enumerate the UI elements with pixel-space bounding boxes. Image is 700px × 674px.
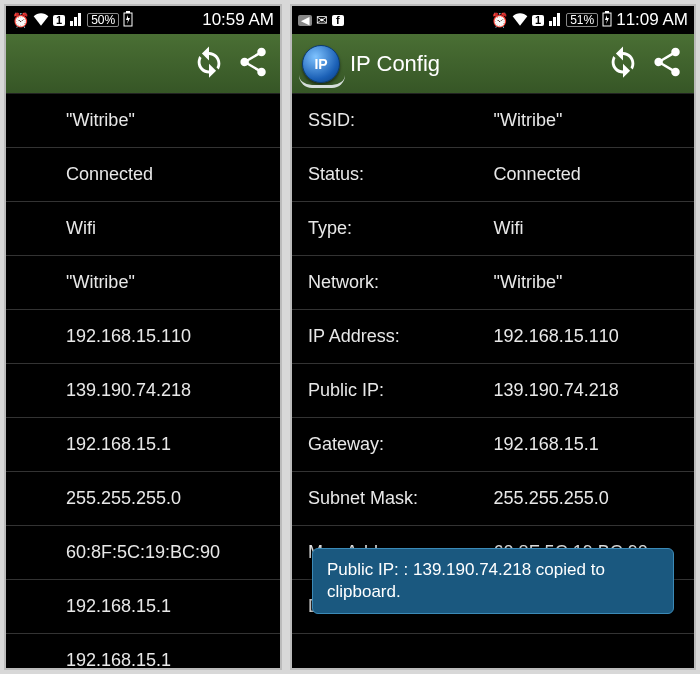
app-bar: fig (6, 34, 280, 94)
row-label: IP Address: (308, 326, 486, 347)
list-item[interactable]: 192.168.15.1 (6, 580, 280, 634)
list-item[interactable]: Public IP:139.190.74.218 (292, 364, 694, 418)
list-item[interactable]: Status:Connected (292, 148, 694, 202)
row-value: Connected (66, 164, 264, 185)
row-value: "Witribe" (494, 110, 678, 131)
row-value: 139.190.74.218 (66, 380, 264, 401)
refresh-button[interactable] (606, 45, 640, 83)
screenshot-right: ◀ ✉ f ⏰ 1 51% 11:09 AM IP IP Config (290, 4, 696, 670)
charging-icon (123, 11, 133, 29)
row-value: 139.190.74.218 (494, 380, 678, 401)
app-icon: IP (302, 45, 340, 83)
svg-rect-3 (605, 11, 609, 13)
row-value: Connected (494, 164, 678, 185)
signal-icon (548, 12, 562, 28)
facebook-icon: f (332, 15, 344, 26)
list-item[interactable]: "Witribe" (6, 256, 280, 310)
svg-rect-1 (126, 11, 130, 13)
alarm-icon: ⏰ (491, 13, 508, 27)
list-item[interactable]: IP Address:192.168.15.110 (292, 310, 694, 364)
list-item[interactable]: 192.168.15.1 (6, 634, 280, 668)
row-label: Gateway: (308, 434, 486, 455)
row-value: 192.168.15.1 (66, 650, 264, 668)
battery-text: 50% (87, 13, 119, 27)
toast-message: Public IP: : 139.190.74.218 copied to cl… (312, 548, 674, 614)
row-value: Wifi (494, 218, 678, 239)
row-value: 60:8F:5C:19:BC:90 (66, 542, 264, 563)
list-item[interactable]: Connected (6, 148, 280, 202)
list-item[interactable]: 60:8F:5C:19:BC:90 (6, 526, 280, 580)
refresh-button[interactable] (192, 45, 226, 83)
alarm-icon: ⏰ (12, 13, 29, 27)
row-value: "Witribe" (66, 110, 264, 131)
status-bar: ◀ ✉ f ⏰ 1 51% 11:09 AM (292, 6, 694, 34)
row-value: 192.168.15.110 (494, 326, 678, 347)
signal-icon (69, 12, 83, 28)
wifi-icon (33, 12, 49, 28)
row-label: Subnet Mask: (308, 488, 486, 509)
wifi-icon (512, 12, 528, 28)
list-item[interactable]: "Witribe" (6, 94, 280, 148)
row-label: Type: (308, 218, 486, 239)
info-list: "Witribe" Connected Wifi "Witribe" 192.1… (6, 94, 280, 668)
sim-icon: 1 (532, 15, 544, 26)
row-label: Public IP: (308, 380, 486, 401)
list-item[interactable]: 139.190.74.218 (6, 364, 280, 418)
row-label: Status: (308, 164, 486, 185)
list-item[interactable]: 192.168.15.110 (6, 310, 280, 364)
row-label: Network: (308, 272, 486, 293)
list-item[interactable]: Subnet Mask:255.255.255.0 (292, 472, 694, 526)
sim-icon: 1 (53, 15, 65, 26)
list-item[interactable]: Network:"Witribe" (292, 256, 694, 310)
status-bar: ⏰ 1 50% 10:59 AM (6, 6, 280, 34)
row-value: 255.255.255.0 (494, 488, 678, 509)
list-item[interactable]: 255.255.255.0 (6, 472, 280, 526)
list-item[interactable]: Gateway:192.168.15.1 (292, 418, 694, 472)
list-item[interactable]: Wifi (6, 202, 280, 256)
back-icon: ◀ (298, 15, 312, 26)
charging-icon (602, 11, 612, 29)
row-value: "Witribe" (494, 272, 678, 293)
row-value: 192.168.15.110 (66, 326, 264, 347)
row-value: 192.168.15.1 (66, 596, 264, 617)
row-value: 192.168.15.1 (494, 434, 678, 455)
row-value: 255.255.255.0 (66, 488, 264, 509)
row-value: Wifi (66, 218, 264, 239)
row-value: 192.168.15.1 (66, 434, 264, 455)
share-button[interactable] (650, 45, 684, 83)
clock-text: 11:09 AM (616, 10, 688, 30)
mail-icon: ✉ (316, 13, 328, 27)
row-label: SSID: (308, 110, 486, 131)
list-item[interactable]: Type:Wifi (292, 202, 694, 256)
battery-text: 51% (566, 13, 598, 27)
app-bar: IP IP Config (292, 34, 694, 94)
list-item[interactable]: 192.168.15.1 (6, 418, 280, 472)
app-title: IP Config (350, 51, 440, 77)
screenshot-left: ⏰ 1 50% 10:59 AM fig "Witribe" Co (4, 4, 282, 670)
clock-text: 10:59 AM (202, 10, 274, 30)
row-value: "Witribe" (66, 272, 264, 293)
list-item[interactable]: SSID:"Witribe" (292, 94, 694, 148)
share-button[interactable] (236, 45, 270, 83)
